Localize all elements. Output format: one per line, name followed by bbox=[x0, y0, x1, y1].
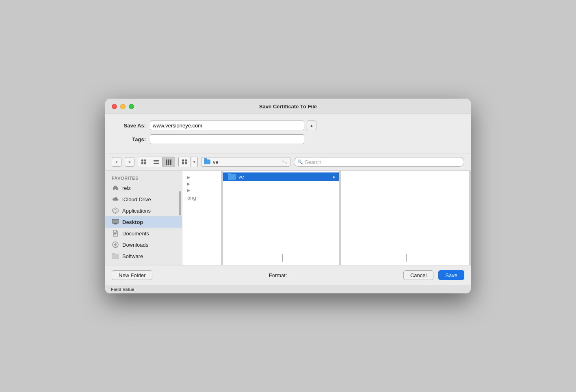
bottom-bar: New Folder Format: Cancel Save bbox=[105, 265, 471, 285]
expand-arrow-1[interactable]: ▶ bbox=[182, 174, 223, 181]
sidebar-label-icloud: iCloud Drive bbox=[122, 196, 151, 202]
save-button[interactable]: Save bbox=[438, 270, 464, 280]
new-folder-button[interactable]: New Folder bbox=[112, 270, 152, 280]
right-resize-indicator-bar bbox=[469, 171, 471, 265]
svg-rect-24 bbox=[112, 253, 115, 255]
svg-rect-1 bbox=[144, 159, 146, 162]
view-arrange-button[interactable] bbox=[179, 157, 191, 167]
traffic-lights bbox=[112, 104, 134, 109]
save-as-row: Save As: ▲ bbox=[113, 121, 463, 130]
sidebar-item-reiz[interactable]: reiz bbox=[105, 182, 182, 194]
sidebar-label-desktop: Desktop bbox=[122, 219, 143, 225]
toolbar: < > bbox=[105, 153, 471, 171]
view-icons-icon bbox=[141, 159, 147, 165]
sidebar-scrollbar-thumb bbox=[179, 191, 181, 215]
right-resize-indicator bbox=[406, 254, 407, 262]
sidebar-item-documents[interactable]: Documents bbox=[105, 228, 182, 239]
sidebar-label-documents: Documents bbox=[122, 230, 149, 237]
middle-column-pane: ve ▶ bbox=[223, 171, 341, 265]
svg-rect-5 bbox=[154, 162, 159, 162]
svg-rect-11 bbox=[185, 159, 187, 162]
minimize-button[interactable] bbox=[120, 104, 126, 109]
svg-rect-16 bbox=[114, 224, 117, 224]
search-bar[interactable]: 🔍 Search bbox=[294, 157, 464, 167]
svg-rect-10 bbox=[182, 159, 184, 162]
documents-icon bbox=[112, 230, 119, 237]
file-row-ve-arrow: ▶ bbox=[333, 175, 336, 179]
location-bar[interactable]: ve ⌃⌄ bbox=[201, 157, 290, 167]
sidebar-label-applications: Applications bbox=[122, 208, 151, 214]
sidebar-item-desktop[interactable]: Desktop bbox=[105, 216, 182, 228]
svg-rect-9 bbox=[170, 159, 171, 165]
expand-icon: ▲ bbox=[310, 123, 314, 128]
svg-rect-0 bbox=[141, 159, 143, 162]
maximize-button[interactable] bbox=[129, 104, 134, 109]
save-as-input[interactable] bbox=[150, 121, 304, 130]
sidebar-scrollbar[interactable] bbox=[179, 175, 181, 261]
close-button[interactable] bbox=[112, 104, 117, 109]
left-column-pane: ▶ ▶ ▶ ong bbox=[182, 171, 223, 265]
applications-icon bbox=[112, 207, 119, 214]
svg-rect-12 bbox=[182, 162, 184, 164]
view-columns-button[interactable] bbox=[162, 157, 175, 167]
view-arrange-group: ▾ bbox=[178, 157, 198, 167]
dialog-title: Save Certificate To File bbox=[259, 103, 317, 110]
right-column-pane bbox=[341, 171, 471, 265]
save-dialog: Save Certificate To File Save As: ▲ Tags… bbox=[105, 99, 471, 293]
file-row-ve[interactable]: ve ▶ bbox=[223, 172, 340, 181]
svg-rect-7 bbox=[166, 159, 167, 165]
sidebar-item-icloud[interactable]: iCloud Drive bbox=[105, 194, 182, 205]
svg-rect-8 bbox=[168, 159, 169, 165]
location-folder-icon bbox=[204, 159, 210, 164]
expand-arrow-2[interactable]: ▶ bbox=[182, 181, 223, 187]
sidebar-label-software: Software bbox=[122, 253, 143, 259]
software-folder-icon bbox=[112, 252, 119, 260]
field-value-label: Field Value bbox=[111, 287, 134, 292]
resize-handle-2[interactable] bbox=[339, 171, 340, 265]
view-list-icon bbox=[154, 160, 159, 164]
svg-rect-4 bbox=[154, 160, 159, 161]
view-list-button[interactable] bbox=[150, 157, 162, 167]
svg-rect-17 bbox=[114, 223, 117, 224]
form-section: Save As: ▲ Tags: bbox=[105, 114, 471, 153]
svg-rect-23 bbox=[112, 254, 119, 259]
svg-rect-3 bbox=[144, 162, 146, 164]
save-as-label: Save As: bbox=[113, 123, 146, 129]
downloads-icon bbox=[112, 241, 119, 248]
search-icon: 🔍 bbox=[297, 159, 303, 165]
cancel-button[interactable]: Cancel bbox=[403, 270, 433, 280]
view-buttons bbox=[138, 157, 175, 167]
svg-rect-6 bbox=[154, 163, 159, 164]
sidebar-item-software[interactable]: Software bbox=[105, 250, 182, 262]
desktop-icon bbox=[112, 218, 119, 226]
sidebar-item-applications[interactable]: Applications bbox=[105, 205, 182, 216]
arrange-dropdown-button[interactable]: ▾ bbox=[191, 157, 197, 167]
back-button[interactable]: < bbox=[112, 157, 121, 167]
expand-button[interactable]: ▲ bbox=[307, 121, 316, 130]
folder-ve-icon bbox=[228, 174, 236, 180]
cloud-icon bbox=[112, 196, 119, 203]
resize-indicator bbox=[282, 254, 283, 262]
sidebar-item-downloads[interactable]: Downloads bbox=[105, 239, 182, 250]
titlebar: Save Certificate To File bbox=[105, 99, 471, 114]
svg-rect-15 bbox=[113, 220, 118, 223]
svg-rect-2 bbox=[141, 162, 143, 164]
sidebar: Favorites reiz iCloud Drive bbox=[105, 171, 182, 265]
expand-arrow-3[interactable]: ▶ bbox=[182, 187, 223, 194]
forward-button[interactable]: > bbox=[125, 157, 134, 167]
format-label: Format: bbox=[269, 272, 287, 278]
svg-rect-13 bbox=[185, 162, 187, 164]
resize-handle-1[interactable] bbox=[221, 171, 223, 265]
sidebar-label-downloads: Downloads bbox=[122, 242, 148, 248]
main-content: Favorites reiz iCloud Drive bbox=[105, 171, 471, 265]
search-placeholder: Search bbox=[305, 159, 321, 165]
location-text: ve bbox=[213, 159, 279, 165]
tags-input[interactable] bbox=[150, 134, 304, 144]
sidebar-label-reiz: reiz bbox=[122, 185, 131, 191]
partial-text: ong bbox=[182, 194, 223, 202]
view-arrange-icon bbox=[182, 159, 187, 165]
view-icons-button[interactable] bbox=[138, 157, 150, 167]
back-icon: < bbox=[115, 159, 118, 164]
location-arrows-icon: ⌃⌄ bbox=[281, 160, 288, 164]
tags-row: Tags: bbox=[113, 134, 463, 144]
